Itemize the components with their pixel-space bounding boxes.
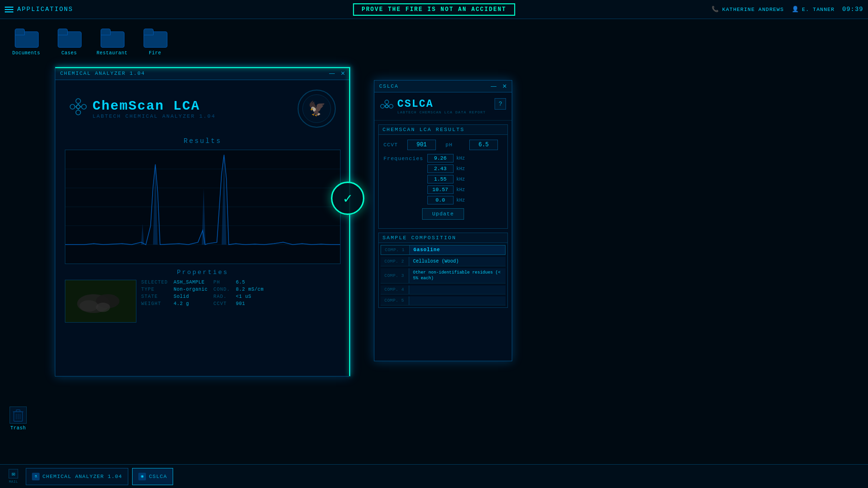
taskbar-cslca-app[interactable]: ◉ CSLCA (132, 468, 173, 485)
chemscan-text: ChemScan LCA LABTech Chemical Analyzer 1… (93, 99, 216, 119)
freq-input-4[interactable] (427, 185, 454, 194)
ph-label: PH (214, 280, 230, 285)
cslca-ccvt-row: CCVT pH (383, 140, 503, 150)
neon-border-right (349, 67, 350, 376)
cslca-results-section-title: ChemScan LCA Results (379, 125, 507, 135)
comp-value-5 (409, 296, 506, 305)
svg-point-23 (381, 104, 384, 108)
rad-label: RAD. (214, 294, 230, 299)
cslca-close-btn[interactable]: ✕ (502, 83, 507, 90)
user1-info: 📞 KATHERINE ANDREWS (712, 6, 784, 13)
cslca-window-controls: — ✕ (491, 83, 507, 90)
results-section: Results (55, 137, 350, 264)
composition-section-title: Sample Composition (379, 233, 507, 243)
trash-label: Trash (10, 426, 26, 431)
desktop-icon-restaurant-label: Restaurant (96, 51, 127, 56)
chem-minimize-btn[interactable]: — (329, 70, 335, 77)
comp-value-2: Cellulose (Wood) (409, 257, 506, 266)
desktop-icon-cases[interactable]: Cases (52, 29, 86, 56)
freq-input-1[interactable] (427, 154, 454, 163)
desktop-icon-documents-label: Documents (12, 51, 41, 56)
selected-value: ASH_SAMPLE (174, 280, 208, 285)
svg-point-1 (76, 99, 81, 103)
cslca-window: CSLCA — ✕ CSLCA LABTech Chem (374, 80, 512, 361)
comp-row-3: COMP. 3 Other non-identifiable residues … (381, 268, 506, 284)
trash-desktop-icon[interactable]: Trash (10, 407, 27, 431)
cslca-minimize-btn[interactable]: — (491, 83, 496, 90)
comp-row-4: COMP. 4 (381, 285, 506, 295)
update-button[interactable]: Update (422, 208, 464, 220)
cslca-ph-input[interactable] (469, 140, 498, 150)
svg-point-21 (80, 300, 98, 312)
top-bar-left: APPLICATIONS (5, 6, 73, 13)
top-bar-right: 📞 KATHERINE ANDREWS 👤 E. TANNER 09:39 (712, 6, 863, 13)
mission-badge: PROVE THE FIRE IS NOT AN ACCIDENT (353, 3, 515, 16)
svg-point-3 (76, 110, 81, 115)
type-value: Non-organic (174, 287, 208, 292)
neon-border-top (55, 67, 350, 68)
comp-value-3: Other non-identifiable residues (< 5% ea… (409, 268, 506, 283)
trash-icon (10, 407, 27, 424)
check-overlay (331, 182, 364, 215)
freq-label: Frequencies (383, 154, 424, 162)
freq-row-3: kHz (427, 175, 465, 183)
freq-section: Frequencies kHz kHz kHz (383, 154, 503, 204)
desktop-icon-documents[interactable]: Documents (10, 29, 43, 56)
desktop: Documents Cases Restaurant Fire CHEMICAL… (0, 19, 868, 464)
freq-values: kHz kHz kHz kHz (427, 154, 465, 204)
molecule-icon (70, 98, 87, 119)
taskbar-chem-icon: ⚗ (32, 473, 40, 480)
taskbar-chem-app[interactable]: ⚗ CHEMICAL ANALYZER 1.04 (26, 468, 128, 485)
freq-unit-3: kHz (456, 177, 465, 182)
type-label: TYPE (141, 287, 168, 292)
ph-value: 6.5 (236, 280, 264, 285)
cslca-ph-label: pH (445, 142, 465, 148)
taskbar-mail-label: MAIL (9, 479, 18, 484)
properties-grid: SELECTED ASH_SAMPLE PH 6.5 TYPE Non-orga… (141, 280, 264, 323)
freq-row-2: kHz (427, 164, 465, 173)
clock: 09:39 (842, 6, 863, 13)
comp-row-1: COMP. 1 Gasoline (381, 245, 506, 255)
desktop-icon-restaurant[interactable]: Restaurant (95, 29, 129, 56)
comp-row-5: COMP. 5 (381, 296, 506, 305)
state-value: Solid (174, 294, 208, 299)
cslca-results-section: ChemScan LCA Results CCVT pH Frequencies… (378, 124, 508, 229)
weight-value: 4.2 g (174, 301, 208, 306)
freq-row-1: kHz (427, 154, 465, 163)
cslca-ccvt-input[interactable] (407, 140, 436, 150)
svg-point-26 (385, 105, 388, 108)
desktop-icon-fire[interactable]: Fire (138, 29, 172, 56)
freq-unit-4: kHz (456, 187, 465, 193)
comp-label-4: COMP. 4 (381, 285, 409, 294)
cslca-app-name: CSLCA (397, 98, 486, 110)
freq-row-5: kHz (427, 196, 465, 204)
properties-content: SELECTED ASH_SAMPLE PH 6.5 TYPE Non-orga… (65, 280, 341, 323)
desktop-icon-cases-label: Cases (62, 51, 77, 56)
folder-icon-restaurant (101, 29, 124, 48)
top-bar-center: PROVE THE FIRE IS NOT AN ACCIDENT (353, 3, 515, 16)
mail-icon: ✉ (9, 469, 18, 478)
chemical-analyzer-window: CHEMICAL ANALYZER 1.04 — ✕ (55, 67, 351, 376)
cslca-help-btn[interactable]: ? (495, 98, 506, 110)
cslca-name-area: CSLCA LABTech ChemScan LCA Data Report (397, 98, 486, 114)
comp-row-2: COMP. 2 Cellulose (Wood) (381, 257, 506, 266)
results-graph (65, 150, 341, 264)
freq-input-5[interactable] (427, 196, 454, 204)
comp-value-4 (409, 285, 506, 294)
svg-point-4 (76, 105, 80, 109)
chem-close-btn[interactable]: ✕ (341, 70, 345, 77)
taskbar-mail-icon[interactable]: ✉ MAIL (5, 467, 22, 486)
freq-unit-5: kHz (456, 198, 465, 203)
comp-value-1: Gasoline (410, 245, 505, 254)
user2-icon: 👤 (792, 6, 799, 13)
freq-input-2[interactable] (427, 164, 454, 173)
comp-label-3: COMP. 3 (381, 268, 409, 283)
menu-icon[interactable] (5, 7, 13, 12)
chemscan-logo: ChemScan LCA LABTech Chemical Analyzer 1… (70, 98, 216, 119)
svg-rect-32 (16, 410, 20, 412)
cslca-ccvt-label: CCVT (383, 142, 403, 148)
svg-marker-17 (141, 224, 144, 245)
freq-input-3[interactable] (427, 175, 454, 183)
folder-icon-cases (58, 29, 81, 48)
chem-title-bar: CHEMICAL ANALYZER 1.04 — ✕ (55, 67, 350, 80)
